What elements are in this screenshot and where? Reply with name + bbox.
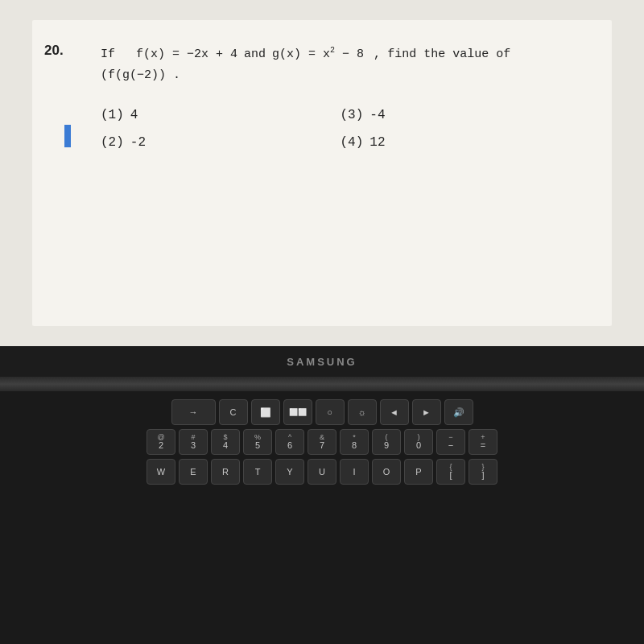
key-c[interactable]: C xyxy=(219,399,248,425)
answer-2-label: (2) xyxy=(101,135,124,150)
keyboard-area: → C ⬜ ⬜⬜ ○ ☼ ◄ ► 🔊 xyxy=(0,391,644,644)
key-e[interactable]: E xyxy=(179,459,208,485)
key-o[interactable]: O xyxy=(372,459,401,485)
key-volume[interactable]: 🔊 xyxy=(444,399,473,425)
function-g: g(x) = x2 − 8 xyxy=(272,44,364,64)
key-p[interactable]: P xyxy=(404,459,433,485)
key-r[interactable]: R xyxy=(211,459,240,485)
laptop-hinge xyxy=(0,377,644,391)
key-circle[interactable]: ○ xyxy=(316,399,345,425)
keyboard-row-numbers: @ 2 # 3 $ 4 % 5 ^ 6 & 7 xyxy=(12,429,632,455)
answer-4: (4) 12 xyxy=(341,135,580,150)
key-bracket-close[interactable]: } ] xyxy=(469,459,497,485)
answers-grid: (1) 4 (3) -4 (2) -2 (4) 12 xyxy=(101,108,580,150)
key-sun[interactable]: ☼ xyxy=(348,399,377,425)
question-line1: If f(x) = −2x + 4 and g(x) = x2 − 8 , fi… xyxy=(101,44,580,64)
question-line2: (f(g(−2)) . xyxy=(101,66,580,85)
key-6[interactable]: ^ 6 xyxy=(275,429,304,455)
question-number: 20. xyxy=(44,43,64,59)
key-i[interactable]: I xyxy=(340,459,369,485)
key-next[interactable]: ► xyxy=(412,399,441,425)
and-label: and xyxy=(244,45,266,64)
blue-selection-indicator xyxy=(64,125,71,147)
answer-2: (2) -2 xyxy=(101,135,341,150)
if-label: If xyxy=(101,45,130,64)
answer-3-label: (3) xyxy=(341,108,364,122)
keyboard-row-qwerty: W E R T Y U I O P xyxy=(12,459,632,485)
answer-3-value: -4 xyxy=(369,108,385,122)
key-prev[interactable]: ◄ xyxy=(380,399,409,425)
key-bracket-open[interactable]: { [ xyxy=(436,459,465,485)
find-text: find the value of xyxy=(387,45,510,64)
question-content: If f(x) = −2x + 4 and g(x) = x2 − 8 , fi… xyxy=(101,44,580,85)
key-3[interactable]: # 3 xyxy=(179,429,208,455)
samsung-bar: SAMSUNG xyxy=(0,346,644,377)
key-2[interactable]: @ 2 xyxy=(147,429,175,455)
answer-2-value: -2 xyxy=(130,135,146,150)
key-5[interactable]: % 5 xyxy=(243,429,272,455)
key-equals[interactable]: + = xyxy=(469,429,497,455)
answer-4-value: 12 xyxy=(369,135,385,150)
key-9[interactable]: ( 9 xyxy=(372,429,401,455)
key-double-square[interactable]: ⬜⬜ xyxy=(283,399,312,425)
function-f: f(x) = −2x + 4 xyxy=(136,45,237,64)
question-paper: 20. If f(x) = −2x + 4 and g(x) = x2 − 8 … xyxy=(32,20,612,326)
answer-1: (1) 4 xyxy=(101,108,341,122)
key-square[interactable]: ⬜ xyxy=(251,399,280,425)
key-4[interactable]: $ 4 xyxy=(211,429,240,455)
answer-1-value: 4 xyxy=(130,108,138,122)
answer-4-label: (4) xyxy=(341,135,364,150)
comma: , xyxy=(374,45,381,64)
key-w[interactable]: W xyxy=(147,459,175,485)
keyboard-row-fn: → C ⬜ ⬜⬜ ○ ☼ ◄ ► 🔊 xyxy=(12,399,632,425)
key-0[interactable]: ) 0 xyxy=(404,429,433,455)
key-tab[interactable]: → xyxy=(171,399,216,425)
answer-3: (3) -4 xyxy=(341,108,580,122)
samsung-logo: SAMSUNG xyxy=(287,356,357,368)
keyboard: → C ⬜ ⬜⬜ ○ ☼ ◄ ► 🔊 xyxy=(12,399,632,485)
key-minus[interactable]: − − xyxy=(436,429,465,455)
key-7[interactable]: & 7 xyxy=(308,429,336,455)
key-8[interactable]: * 8 xyxy=(340,429,369,455)
key-y[interactable]: Y xyxy=(275,459,304,485)
laptop-screen: 20. If f(x) = −2x + 4 and g(x) = x2 − 8 … xyxy=(0,0,644,346)
key-u[interactable]: U xyxy=(308,459,336,485)
key-t[interactable]: T xyxy=(243,459,272,485)
answer-1-label: (1) xyxy=(101,108,124,122)
